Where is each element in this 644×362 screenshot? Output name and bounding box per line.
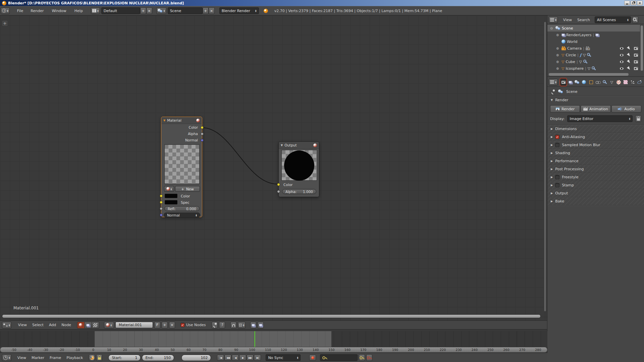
panel-stamp[interactable]: ▶Stamp: [547, 181, 644, 189]
normal-dropdown[interactable]: Normal ▲▼: [164, 213, 200, 218]
tab-modifiers[interactable]: [601, 78, 608, 86]
expand-toggle-icon[interactable]: ⊕: [556, 53, 560, 57]
outliner-row-circle[interactable]: ⊕▽Circle|ʃ▽: [547, 52, 640, 58]
tab-particles[interactable]: [629, 78, 636, 86]
alpha-output-socket[interactable]: [201, 132, 204, 135]
snap-toggle-button[interactable]: [230, 322, 236, 328]
sync-mode-dropdown[interactable]: No Sync ▲▼: [266, 354, 301, 361]
panel-performance[interactable]: ▶Performance: [547, 157, 644, 165]
jump-to-start-button[interactable]: |◀: [217, 355, 224, 361]
tab-world[interactable]: [581, 78, 588, 86]
display-mode-dropdown[interactable]: All Scenes ▲▼: [595, 16, 631, 23]
lock-interface-button[interactable]: [635, 115, 641, 122]
menu-view[interactable]: View: [16, 323, 29, 327]
minimize-button[interactable]: [624, 1, 630, 5]
next-keyframe-button[interactable]: ▶▶: [247, 355, 254, 361]
normal-output-socket[interactable]: [201, 139, 204, 142]
material-name-field[interactable]: Material.001: [115, 322, 153, 328]
editor-type-selector[interactable]: ▲▼: [549, 79, 558, 85]
panel-checkbox[interactable]: [555, 183, 559, 187]
use-nodes-checkbox[interactable]: ✓: [180, 323, 185, 327]
menu-render[interactable]: Render: [29, 9, 46, 13]
selectability-cursor-icon[interactable]: [627, 66, 631, 71]
current-frame-field[interactable]: 102: [181, 355, 211, 361]
delete-layout-button[interactable]: ×: [146, 7, 152, 14]
expand-toggle-icon[interactable]: ⊕: [556, 33, 560, 37]
copy-nodes-button[interactable]: [250, 322, 256, 328]
expand-toggle-icon[interactable]: ⊖: [550, 26, 554, 30]
scene-selector-button[interactable]: ▲▼: [156, 7, 166, 14]
normal-input-socket[interactable]: [160, 214, 163, 217]
outliner-vertical-scrollbar[interactable]: [641, 25, 643, 71]
menu-select[interactable]: Select: [30, 323, 46, 327]
renderability-camera-icon[interactable]: [634, 47, 638, 50]
panel-freestyle[interactable]: ▶Freestyle: [547, 173, 644, 181]
texture-nodes-toggle[interactable]: [92, 322, 99, 328]
color-swatch[interactable]: [165, 194, 177, 198]
panel-checkbox[interactable]: ✓: [555, 135, 559, 139]
outliner-row-camera[interactable]: ⊕Camera|: [547, 45, 640, 52]
compositing-nodes-toggle[interactable]: [85, 322, 92, 328]
menu-window[interactable]: Window: [50, 9, 68, 13]
selectability-cursor-icon[interactable]: [627, 60, 631, 64]
tab-object[interactable]: [588, 78, 594, 86]
outliner-horizontal-scrollbar[interactable]: [549, 73, 629, 76]
menu-frame[interactable]: Frame: [48, 356, 63, 360]
audio-button[interactable]: ) Audio: [611, 105, 641, 113]
menu-add[interactable]: Add: [47, 323, 58, 327]
expand-toggle-icon[interactable]: ⊕: [556, 47, 560, 50]
alpha-input-socket[interactable]: [277, 190, 280, 193]
pin-icon[interactable]: [551, 89, 555, 94]
render-engine-dropdown[interactable]: Blender Render ▲▼: [219, 7, 259, 14]
panel-shading[interactable]: ▶Shading: [547, 149, 644, 157]
panel-bake[interactable]: ▶Bake: [547, 197, 644, 205]
delete-keyframe-button[interactable]: [366, 354, 372, 361]
fake-user-button[interactable]: F: [154, 322, 160, 328]
menu-help[interactable]: Help: [72, 9, 85, 13]
end-frame-field[interactable]: End:150: [142, 355, 174, 361]
scene-name-field[interactable]: Scene: [168, 7, 203, 14]
layout-name-field[interactable]: Default: [101, 7, 140, 14]
selectability-cursor-icon[interactable]: [627, 53, 631, 57]
outliner-row-renderlayers[interactable]: ⊕RenderLayers|: [547, 32, 640, 38]
jump-to-end-button[interactable]: ▶|: [254, 355, 261, 361]
material-node-header[interactable]: ▼ Material: [161, 117, 202, 124]
expand-toggle-icon[interactable]: ⊕: [556, 60, 560, 64]
refl-input-socket[interactable]: [160, 207, 163, 210]
spec-swatch[interactable]: [165, 200, 177, 204]
spec-input-socket[interactable]: [160, 201, 163, 204]
visibility-eye-icon[interactable]: [620, 54, 624, 57]
tab-render[interactable]: [560, 78, 567, 86]
start-frame-field[interactable]: Start:1: [108, 355, 141, 361]
color-input-socket[interactable]: [160, 194, 163, 197]
tab-physics[interactable]: [636, 78, 643, 86]
add-scene-button[interactable]: +: [203, 7, 209, 14]
visibility-eye-icon[interactable]: [620, 67, 624, 70]
restore-button[interactable]: [631, 1, 636, 5]
current-frame-playhead[interactable]: [254, 331, 255, 347]
expand-toggle-icon[interactable]: ⊕: [556, 67, 560, 70]
material-browse-button[interactable]: ▲▼: [104, 322, 114, 328]
vertical-scrollbar[interactable]: [544, 21, 546, 312]
panel-checkbox[interactable]: [555, 175, 559, 179]
tab-texture[interactable]: [622, 78, 629, 86]
timeline-ruler[interactable]: -50-40-30-20-100102030405060708090100110…: [0, 347, 547, 353]
menu-search[interactable]: Search: [575, 18, 592, 22]
previous-keyframe-button[interactable]: ◀◀: [224, 355, 231, 361]
outliner-row-icosphere[interactable]: ⊕▽Icosphere|▽: [547, 65, 640, 72]
toolbar-expand-button[interactable]: +: [2, 20, 8, 26]
close-button[interactable]: ×: [637, 1, 643, 5]
color-input-socket[interactable]: [277, 183, 280, 186]
keying-set-field[interactable]: [320, 354, 358, 361]
tab-scene[interactable]: [574, 78, 581, 86]
panel-anti-aliasing[interactable]: ▶✓Anti-Aliasing: [547, 133, 644, 141]
auto-keyframe-button[interactable]: [309, 355, 316, 361]
menu-playback[interactable]: Playback: [64, 356, 85, 360]
screen-layout-button[interactable]: ▲▼: [91, 7, 100, 14]
panel-post-processing[interactable]: ▶Post Processing: [547, 165, 644, 173]
delete-scene-button[interactable]: ×: [209, 7, 215, 14]
render-section-header[interactable]: ▼ Render: [547, 96, 644, 104]
use-preview-range-button[interactable]: [89, 354, 95, 361]
color-output-socket[interactable]: [201, 126, 204, 129]
renderability-camera-icon[interactable]: [634, 60, 638, 63]
